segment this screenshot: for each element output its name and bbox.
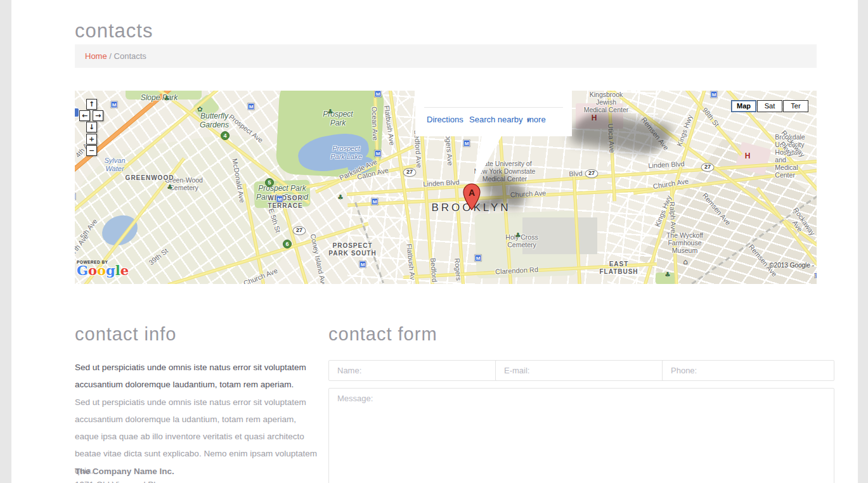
google-logo-text: Google <box>77 264 129 277</box>
subway-icon: M <box>360 261 366 268</box>
map-type-ter-button[interactable]: Ter <box>783 100 808 112</box>
tree-icon: ♣ <box>515 231 521 240</box>
google-logo-letter: l <box>115 262 120 278</box>
map-label: Ralph Ave <box>668 202 677 234</box>
breadcrumb: Home / Contacts <box>75 44 817 68</box>
breadcrumb-current: Contacts <box>114 51 146 61</box>
subway-icon: M <box>375 150 382 157</box>
map-label: Bedford <box>429 257 438 282</box>
subway-icon: M <box>75 193 76 200</box>
google-logo-letter: o <box>97 262 106 278</box>
map-label: The Wyckoff Farmhouse Museum <box>666 231 703 254</box>
highway-shield: 27 <box>585 169 599 178</box>
pan-up-button[interactable]: ↑ <box>86 99 97 110</box>
info-window-tail <box>449 135 519 189</box>
map-label: Slope Park <box>141 94 178 103</box>
subway-icon: M <box>111 101 118 108</box>
flower-icon: ✿ <box>197 105 202 113</box>
highway-shield: 27 <box>701 163 715 172</box>
highway-shield: 27 <box>403 168 417 177</box>
contact-info-heading: contact info <box>75 324 176 345</box>
breadcrumb-separator: / <box>109 51 113 61</box>
map-label: WINDSOR TERRACE <box>268 195 302 209</box>
map-label: Kingsbrook Jewish Medical Center <box>584 91 629 113</box>
zoom-out-button[interactable]: − <box>86 145 97 156</box>
page-title: contacts <box>75 20 153 42</box>
subway-icon: M <box>248 103 255 110</box>
pan-left-button[interactable]: ← <box>79 110 90 121</box>
google-logo[interactable]: POWERED BY Google <box>77 260 129 277</box>
map-type-sat-button[interactable]: Sat <box>757 100 782 112</box>
interstate-shield-icon <box>75 108 79 117</box>
email-input[interactable] <box>495 360 668 381</box>
map-info-window: Directions Search nearby more▾ <box>415 91 572 136</box>
map-label: Butterfly Gardens <box>200 112 229 130</box>
contact-info-paragraph-1: Sed ut perspiciatis unde omnis iste natu… <box>75 359 311 393</box>
google-map[interactable]: Directions Search nearby more▾ A Map Sat… <box>75 91 817 284</box>
google-logo-letter: o <box>88 262 97 278</box>
highway-shield: 27 <box>293 226 306 235</box>
tree-icon: ♣ <box>664 271 671 279</box>
terms-of-use-link[interactable]: Terms of Use <box>814 273 817 280</box>
route-badge: 5 <box>265 178 274 187</box>
map-label: Sylvan Water <box>104 157 125 172</box>
directions-link[interactable]: Directions <box>427 115 463 124</box>
tree-icon: ♣ <box>327 108 334 116</box>
hospital-icon: H <box>745 151 751 160</box>
map-label: EAST FLATBUSH <box>599 261 638 275</box>
message-textarea[interactable] <box>328 388 834 483</box>
map-label: PROSPECT PARK SOUTH <box>328 242 376 257</box>
map-copyright-line1: ©2013 Google - <box>769 262 814 269</box>
google-logo-letter: e <box>120 262 129 278</box>
subway-icon: M <box>375 91 382 98</box>
svg-text:A: A <box>469 188 475 198</box>
page-background: contacts Home / Contacts <box>11 0 858 483</box>
company-address: 1971 Old Vineyard Pl. <box>75 480 158 483</box>
google-logo-letter: g <box>106 262 115 278</box>
info-window-divider <box>424 107 563 108</box>
subway-icon: M <box>372 198 379 205</box>
map-label: Ocean Ave <box>370 106 380 141</box>
contact-form-heading: contact form <box>328 324 437 345</box>
subway-icon: M <box>711 91 718 98</box>
map-label: Blvd <box>569 169 583 178</box>
name-input[interactable] <box>328 360 501 381</box>
map-label: Prospect Park Lake <box>330 145 362 160</box>
map-type-map-button[interactable]: Map <box>731 100 756 112</box>
subway-icon: M <box>276 196 283 203</box>
tree-icon: ♣ <box>337 193 344 202</box>
google-logo-letter: G <box>77 262 88 278</box>
route-badge: 4 <box>221 131 230 140</box>
route-badge: 6 <box>283 240 292 248</box>
map-label: GREENWOOD <box>126 174 174 182</box>
pan-down-button[interactable]: ↓ <box>86 122 97 132</box>
tree-icon: ♣ <box>164 94 170 103</box>
more-dropdown-link[interactable]: more▾ <box>527 115 530 124</box>
search-nearby-link[interactable]: Search nearby <box>469 115 523 124</box>
subway-icon: M <box>475 255 482 262</box>
pan-right-button[interactable]: → <box>93 110 103 121</box>
tree-icon: ♣ <box>167 183 173 191</box>
company-name: The Company Name Inc. <box>75 467 174 476</box>
map-label: Holy Cross Cemetery <box>505 233 538 248</box>
breadcrumb-home-link[interactable]: Home <box>85 51 107 61</box>
map-label: Rogers <box>453 258 462 281</box>
zoom-in-button[interactable]: + <box>86 134 97 145</box>
phone-input[interactable] <box>662 360 834 381</box>
museum-icon: ⌂ <box>683 257 688 266</box>
